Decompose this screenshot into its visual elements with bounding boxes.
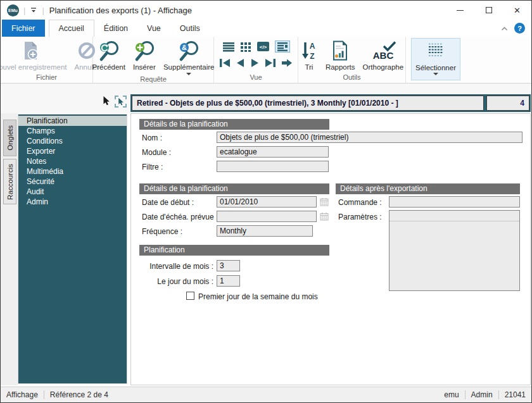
start-date-field[interactable]: 01/01/2010	[217, 196, 317, 208]
filter-label: Filtre :	[142, 163, 163, 171]
last-record-icon[interactable]	[265, 58, 276, 68]
status-separator	[465, 390, 466, 399]
svg-text:</>: </>	[259, 44, 267, 50]
window-title: Planification des exports (1) - Affichag…	[49, 6, 192, 15]
day-of-month-field[interactable]: 1	[217, 275, 240, 287]
name-field[interactable]: Objets de plus de $500,00 (trimestriel)	[217, 132, 522, 143]
parameters-field[interactable]	[389, 210, 520, 291]
sidebar-item-conditions[interactable]: Conditions	[18, 136, 127, 146]
sidebar-item-champs[interactable]: Champs	[18, 126, 127, 136]
module-label: Module :	[142, 148, 171, 157]
due-date-label: Date d'échéa. prévue :	[142, 213, 218, 221]
collapse-ribbon-icon[interactable]	[501, 24, 508, 33]
tab-edition[interactable]: Édition	[94, 20, 137, 37]
svg-text:ABC: ABC	[373, 50, 394, 61]
help-button[interactable]: ?	[514, 23, 525, 34]
maximize-button[interactable]	[474, 1, 503, 20]
sidebar-item-audit[interactable]: Audit	[18, 187, 127, 197]
ribbon-group-outils: A Z Tri	[298, 37, 406, 83]
sidebar-item-securite[interactable]: Sécurité	[18, 177, 127, 187]
ribbon-tab-row: Fichier Accueil Édition Vue Outils ?	[1, 20, 531, 37]
arrow-cursor-icon[interactable]	[102, 96, 110, 108]
ribbon-group-vue: </>	[214, 37, 298, 83]
sidebar-item-planification[interactable]: Planification	[18, 116, 127, 126]
sidebar-item-multimedia[interactable]: Multimédia	[18, 166, 127, 177]
frequency-field[interactable]: Monthly	[217, 225, 313, 237]
more-search-button[interactable]: & Supplémentaire	[160, 39, 218, 75]
onglets-label: Onglets	[6, 125, 14, 151]
list-view-icon[interactable]	[222, 42, 235, 52]
previous-record-icon[interactable]	[236, 58, 245, 68]
section-header-details-schedule: Détails de la planification	[139, 183, 329, 194]
app-window: EMu | | Planification des exports (1) - …	[0, 0, 532, 403]
window-controls: ✕	[446, 1, 531, 20]
minimize-button[interactable]	[446, 1, 474, 20]
tab-accueil[interactable]: Accueil	[49, 20, 94, 37]
sidebar-item-exporter[interactable]: Exporter	[18, 146, 127, 156]
select-mode-icon[interactable]	[115, 96, 127, 108]
module-field[interactable]: ecatalogue	[217, 146, 329, 158]
first-record-icon[interactable]	[219, 58, 231, 68]
reports-icon	[332, 40, 348, 61]
titlebar-separator: |	[42, 6, 44, 15]
filter-field[interactable]	[217, 161, 329, 172]
sidebar-item-admin[interactable]: Admin	[18, 197, 127, 207]
ribbon: Nouvel enregistrement Annuler Fichier	[1, 37, 531, 84]
quick-access-dropdown-icon[interactable]	[30, 7, 37, 13]
vertical-tab-onglets[interactable]: Onglets	[3, 120, 16, 156]
grid-view-icon[interactable]	[240, 42, 251, 52]
tab-vue[interactable]: Vue	[137, 20, 170, 37]
body: Onglets Raccourcis Planification Champs …	[1, 113, 531, 385]
dropdown-caret-icon	[433, 73, 438, 75]
next-record-icon[interactable]	[250, 58, 260, 68]
frequency-label: Fréquence :	[142, 227, 182, 236]
parameters-label: Paramètres :	[338, 213, 382, 221]
group-label-outils: Outils	[298, 73, 405, 83]
tab-outils[interactable]: Outils	[170, 20, 210, 37]
insert-button[interactable]: Insérer	[129, 39, 160, 71]
due-date-field[interactable]	[217, 211, 317, 222]
status-separator	[44, 390, 44, 399]
tab-fichier[interactable]: Fichier	[2, 20, 45, 37]
status-user: emu	[444, 390, 459, 399]
calendar-icon[interactable]	[319, 211, 329, 221]
status-separator	[498, 390, 499, 399]
previous-search-button[interactable]: Précédent	[89, 39, 129, 71]
section-header-planning: Planification	[139, 245, 329, 256]
sidebar-item-notes[interactable]: Notes	[18, 156, 127, 166]
status-number: 21041	[505, 390, 526, 399]
more-search-label: Supplémentaire	[163, 63, 215, 71]
spelling-icon: ABC	[369, 40, 398, 61]
reports-button[interactable]: Rapports	[322, 39, 359, 71]
sort-button[interactable]: A Z Tri	[296, 39, 322, 71]
svg-text:Z: Z	[310, 52, 314, 61]
ribbon-group-requete: Précédent Insérer	[93, 37, 214, 83]
first-weekday-checkbox[interactable]	[186, 292, 194, 300]
status-mode: Affichage	[6, 390, 38, 399]
command-field[interactable]	[389, 196, 520, 208]
sidebar: Planification Champs Conditions Exporter…	[18, 114, 127, 384]
spelling-button[interactable]: ABC Orthographe	[359, 39, 408, 71]
new-record-button[interactable]: Nouvel enregistrement	[0, 39, 71, 71]
start-date-label: Date de début :	[142, 198, 194, 207]
minimize-icon	[457, 10, 464, 11]
maximize-icon	[486, 7, 492, 13]
close-icon: ✕	[514, 6, 521, 15]
select-button[interactable]: Sélectionner	[411, 38, 460, 80]
detail-view-icon[interactable]	[275, 40, 290, 53]
titlebar-separator: |	[23, 6, 25, 15]
status-bar: Affichage Référence 2 de 4 emu Admin 210…	[1, 387, 531, 402]
new-record-label: Nouvel enregistrement	[0, 63, 67, 71]
record-count: 4	[486, 96, 529, 111]
goto-record-icon[interactable]	[281, 58, 293, 68]
interval-field[interactable]: 3	[217, 260, 240, 271]
code-view-icon[interactable]: </>	[256, 41, 270, 52]
group-label-vue: Vue	[214, 73, 298, 83]
reports-label: Rapports	[326, 63, 355, 71]
close-button[interactable]: ✕	[503, 1, 531, 20]
select-area: Sélectionner	[406, 37, 460, 83]
vertical-tab-raccourcis[interactable]: Raccourcis	[3, 159, 16, 204]
calendar-icon[interactable]	[319, 197, 329, 206]
record-title: Retired - Objets de plus de $500,00 (tri…	[132, 96, 484, 111]
search-previous-icon	[98, 40, 120, 61]
